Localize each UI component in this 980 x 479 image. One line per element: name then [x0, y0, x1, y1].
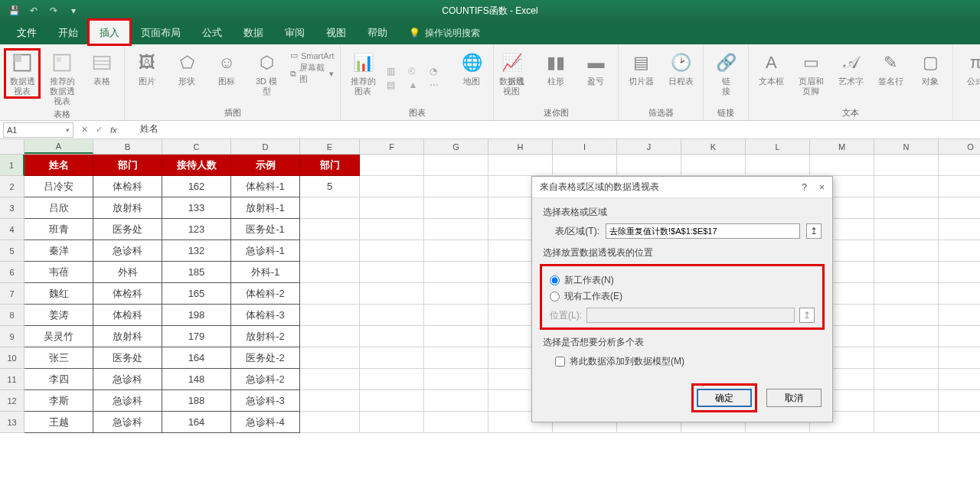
cell[interactable]: 123 — [162, 219, 231, 240]
cell[interactable]: 148 — [162, 369, 231, 390]
row-header[interactable]: 7 — [0, 283, 24, 305]
col-header[interactable]: B — [93, 139, 162, 154]
object-button[interactable]: ▢对象 — [914, 51, 946, 86]
cell[interactable]: 医务处-1 — [231, 219, 300, 240]
link-button[interactable]: 🔗链 接 — [710, 51, 742, 96]
cell[interactable] — [300, 390, 360, 412]
tab-review[interactable]: 审阅 — [274, 21, 315, 44]
col-header[interactable]: C — [162, 139, 231, 154]
tab-help[interactable]: 帮助 — [357, 21, 398, 44]
cell[interactable] — [360, 262, 424, 283]
tab-data[interactable]: 数据 — [233, 21, 274, 44]
row-header[interactable]: 11 — [0, 369, 24, 390]
cell[interactable]: 5 — [300, 176, 360, 197]
cell[interactable]: 164 — [162, 347, 231, 369]
cell[interactable] — [874, 197, 939, 219]
cell[interactable]: 姜涛 — [24, 305, 93, 326]
cell[interactable] — [939, 305, 980, 326]
row-header[interactable]: 6 — [0, 262, 24, 283]
cell[interactable] — [939, 176, 980, 197]
cell[interactable]: 秦洋 — [24, 240, 93, 262]
timeline-button[interactable]: 🕑日程表 — [665, 51, 697, 86]
cell[interactable] — [939, 369, 980, 390]
cell[interactable]: 急诊科-4 — [231, 412, 300, 433]
signature-button[interactable]: ✎签名行 — [874, 51, 906, 86]
cell[interactable] — [874, 240, 939, 262]
cell[interactable] — [874, 390, 939, 412]
row-header[interactable]: 4 — [0, 219, 24, 240]
cell[interactable]: 示例 — [231, 155, 300, 176]
recommended-pivot-button[interactable]: 推荐的 数据透视表 — [46, 51, 78, 107]
row-header[interactable]: 9 — [0, 326, 24, 347]
cell[interactable] — [360, 412, 424, 433]
cell[interactable] — [939, 155, 980, 176]
cell[interactable]: 张三 — [24, 347, 93, 369]
cell[interactable]: 魏红 — [24, 283, 93, 305]
cell[interactable] — [300, 197, 360, 219]
cell[interactable] — [300, 412, 360, 433]
cell[interactable] — [424, 305, 488, 326]
cell[interactable]: 急诊科 — [93, 240, 162, 262]
cell[interactable] — [360, 369, 424, 390]
cell[interactable] — [360, 155, 424, 176]
slicer-button[interactable]: ▤切片器 — [625, 51, 657, 86]
row-header[interactable]: 8 — [0, 305, 24, 326]
cell[interactable] — [300, 305, 360, 326]
cell[interactable]: 急诊科-2 — [231, 369, 300, 390]
cell[interactable] — [939, 347, 980, 369]
maps-button[interactable]: 🌐地图 — [456, 51, 488, 86]
sparkline-column-button[interactable]: ▮▮柱形 — [540, 51, 572, 86]
cell[interactable] — [939, 219, 980, 240]
cell[interactable]: 王越 — [24, 412, 93, 433]
cell[interactable]: 急诊科 — [93, 412, 162, 433]
tab-home[interactable]: 开始 — [47, 21, 89, 44]
cell[interactable]: 体检科-3 — [231, 305, 300, 326]
col-header[interactable]: M — [810, 139, 874, 154]
cell[interactable] — [424, 412, 488, 433]
cell[interactable]: 李斯 — [24, 390, 93, 412]
cell[interactable] — [553, 155, 617, 176]
row-header[interactable]: 3 — [0, 197, 24, 219]
cell[interactable]: 体检科 — [93, 305, 162, 326]
3d-models-button[interactable]: ⬡3D 模 型 — [250, 51, 283, 96]
col-header[interactable]: G — [424, 139, 488, 154]
tab-formulas[interactable]: 公式 — [191, 21, 233, 44]
cell[interactable] — [617, 155, 681, 176]
col-header[interactable]: O — [939, 139, 980, 154]
cell[interactable]: 急诊科 — [93, 390, 162, 412]
table-button[interactable]: 表格 — [86, 51, 118, 86]
cell[interactable] — [424, 283, 488, 305]
redo-icon[interactable]: ↷ — [47, 5, 60, 17]
cell[interactable] — [874, 412, 939, 433]
text-box-button[interactable]: A文本框 — [755, 51, 787, 86]
cell[interactable]: 132 — [162, 240, 231, 262]
cell[interactable]: 韦蓓 — [24, 262, 93, 283]
cell[interactable]: 接待人数 — [162, 155, 231, 176]
cell[interactable] — [874, 219, 939, 240]
tab-view[interactable]: 视图 — [315, 21, 357, 44]
pivot-table-button[interactable]: 数据透 视表 — [6, 51, 38, 96]
row-header[interactable]: 5 — [0, 240, 24, 262]
cell[interactable] — [939, 326, 980, 347]
area-chart-icon[interactable]: ▲ — [408, 80, 426, 90]
scatter-chart-icon[interactable]: ⋯ — [430, 80, 448, 90]
cell[interactable] — [874, 283, 939, 305]
cell[interactable]: 放射科-1 — [231, 197, 300, 219]
cell[interactable] — [424, 326, 488, 347]
cell[interactable] — [424, 369, 488, 390]
cell[interactable] — [300, 347, 360, 369]
cell[interactable] — [874, 176, 939, 197]
qat-customize-icon[interactable]: ▾ — [67, 5, 80, 17]
cell[interactable]: 吕冷安 — [24, 176, 93, 197]
cell[interactable]: 李四 — [24, 369, 93, 390]
shapes-button[interactable]: ⬠形状 — [171, 51, 203, 86]
location-picker-button[interactable]: ↥ — [799, 308, 815, 323]
cell[interactable] — [360, 240, 424, 262]
col-header[interactable]: A — [24, 139, 93, 154]
column-chart-icon[interactable]: ▥ — [387, 66, 405, 77]
cell[interactable]: 162 — [162, 176, 231, 197]
select-all-corner[interactable] — [0, 139, 24, 154]
location-input[interactable] — [586, 308, 795, 323]
cell[interactable] — [424, 240, 488, 262]
range-picker-button[interactable]: ↥ — [806, 223, 822, 239]
